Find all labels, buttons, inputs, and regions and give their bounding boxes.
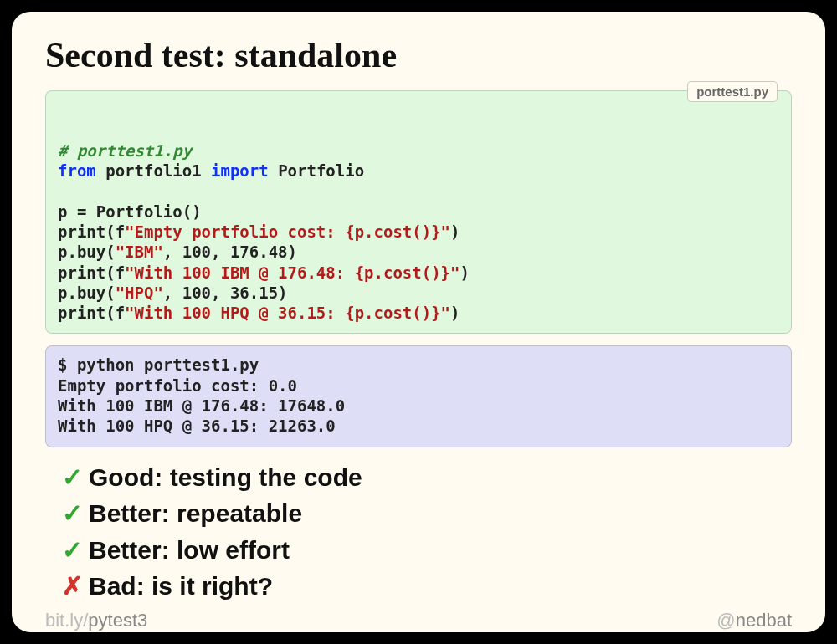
shell-output-block: $ python porttest1.py Empty portfolio co… [45, 345, 792, 447]
check-icon: ✓ [62, 459, 89, 496]
check-icon: ✓ [62, 495, 89, 532]
kw-from: from [58, 161, 96, 180]
kw-import: import [211, 161, 269, 180]
code-line: p = Portfolio() [58, 202, 202, 221]
bullet-repeatable: ✓ Better: repeatable [62, 495, 792, 532]
footer: bit.ly/pytest3 @nedbat [45, 605, 792, 631]
check-icon: ✓ [62, 532, 89, 569]
code-comment: # porttest1.py [58, 141, 192, 160]
shell-line: With 100 HPQ @ 36.15: 21263.0 [58, 417, 336, 435]
bullet-bad: ✗ Bad: is it right? [62, 568, 792, 605]
bullet-low-effort: ✓ Better: low effort [62, 532, 792, 569]
shell-line: With 100 IBM @ 176.48: 17648.0 [58, 396, 345, 415]
bullet-text: Bad: is it right? [89, 568, 273, 605]
slide: Second test: standalone porttest1.py # p… [12, 12, 825, 632]
bullet-text: Better: low effort [89, 532, 290, 569]
shell-line: $ python porttest1.py [58, 355, 259, 374]
bullet-text: Good: testing the code [89, 459, 362, 496]
bullets-list: ✓ Good: testing the code ✓ Better: repea… [62, 459, 792, 605]
code-block: porttest1.py # porttest1.py from portfol… [45, 90, 792, 334]
cross-icon: ✗ [62, 568, 89, 605]
slide-title: Second test: standalone [45, 35, 792, 75]
footer-link: bit.ly/pytest3 [45, 610, 147, 631]
shell-line: Empty portfolio cost: 0.0 [58, 376, 297, 395]
code-filename-tag: porttest1.py [687, 81, 778, 102]
footer-handle: @nedbat [716, 610, 792, 631]
bullet-text: Better: repeatable [89, 495, 302, 532]
bullet-good: ✓ Good: testing the code [62, 459, 792, 496]
